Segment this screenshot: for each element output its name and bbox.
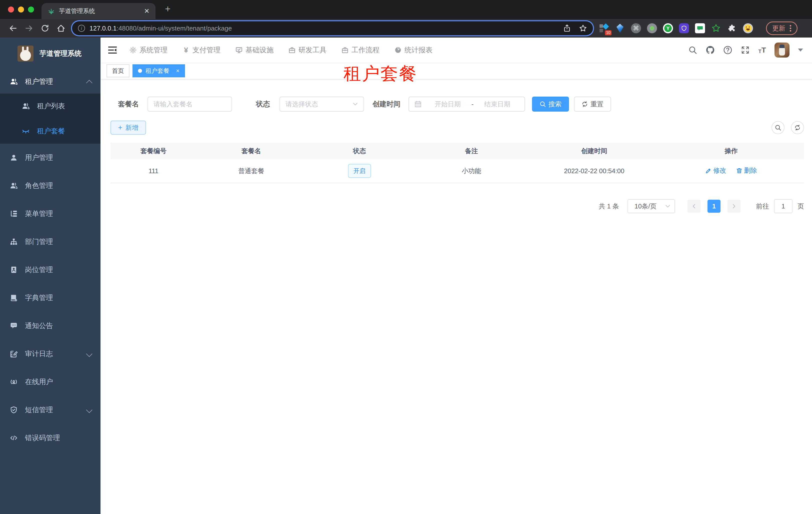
sidebar: 芋道管理系统 租户管理 租户列表 租户套餐 用户管理 bbox=[0, 37, 100, 514]
next-page-button[interactable] bbox=[727, 200, 741, 213]
edit-link[interactable]: 修改 bbox=[705, 166, 726, 175]
site-info-icon[interactable]: i bbox=[78, 25, 85, 32]
pagination: 共 1 条 10条/页 1 前往 1 页 bbox=[109, 199, 804, 213]
sidebar-item-post-management[interactable]: 岗位管理 bbox=[0, 256, 100, 284]
package-name-input[interactable]: 请输入套餐名 bbox=[147, 97, 232, 112]
tag-tenant-package[interactable]: 租户套餐 × bbox=[133, 64, 185, 77]
column-header: 状态 bbox=[306, 147, 413, 155]
extension-gem-icon[interactable] bbox=[615, 23, 625, 33]
nav-item-workflow[interactable]: 工作流程 bbox=[342, 45, 379, 55]
sidebar-item-tenant-list[interactable]: 租户列表 bbox=[0, 93, 100, 118]
status-label: 状态 bbox=[256, 99, 270, 109]
sidebar-item-online-users[interactable]: 在线用户 bbox=[0, 368, 100, 396]
status-select[interactable]: 请选择状态 bbox=[280, 97, 364, 112]
date-range-picker[interactable]: 开始日期 - 结束日期 bbox=[408, 97, 525, 112]
nav-item-dev-tools[interactable]: 研发工具 bbox=[289, 45, 326, 55]
date-separator: - bbox=[469, 100, 476, 108]
column-header: 套餐编号 bbox=[111, 147, 197, 155]
sidebar-fold-icon[interactable] bbox=[108, 45, 117, 55]
user-avatar[interactable] bbox=[775, 43, 789, 58]
browser-menu-icon[interactable] bbox=[790, 25, 791, 31]
search-button[interactable]: 搜索 bbox=[532, 97, 569, 112]
sidebar-item-sms-management[interactable]: 短信管理 bbox=[0, 396, 100, 424]
delete-link[interactable]: 删除 bbox=[736, 166, 757, 175]
sidebar-item-audit-log[interactable]: 审计日志 bbox=[0, 340, 100, 368]
tag-home[interactable]: 首页 bbox=[107, 64, 129, 77]
total-count: 共 1 条 bbox=[599, 202, 619, 211]
main-area: 租户套餐 系统管理 ¥ 支付管理 基础设施 bbox=[100, 37, 812, 514]
extension-star-icon[interactable] bbox=[711, 23, 721, 33]
browser-update-button[interactable]: 更新 bbox=[766, 22, 798, 35]
tag-close-icon[interactable]: × bbox=[176, 67, 179, 74]
audit-log-icon bbox=[10, 350, 18, 358]
fullscreen-icon[interactable] bbox=[741, 46, 750, 55]
sidebar-item-menu-management[interactable]: 菜单管理 bbox=[0, 200, 100, 228]
data-table: 套餐编号 套餐名 状态 备注 创建时间 操作 111 普通套餐 开启 小功能 2… bbox=[111, 143, 804, 183]
extension-y-icon[interactable]: Y bbox=[663, 23, 673, 33]
share-icon[interactable] bbox=[563, 24, 571, 32]
home-icon[interactable] bbox=[57, 24, 65, 33]
help-icon[interactable] bbox=[723, 46, 732, 55]
extension-chat-icon[interactable] bbox=[695, 23, 705, 33]
nav-item-system[interactable]: 系统管理 bbox=[129, 45, 168, 55]
screen: 芋道管理系统 ✕ + i 127.0.0.1:48080/admin-ui/sy… bbox=[0, 0, 812, 514]
sidebar-item-role-management[interactable]: 角色管理 bbox=[0, 172, 100, 200]
show-search-toggle-button[interactable] bbox=[772, 121, 784, 134]
maximize-window-button[interactable] bbox=[28, 6, 34, 12]
github-icon[interactable] bbox=[706, 46, 715, 55]
extension-command-icon[interactable]: ⌘ bbox=[631, 23, 641, 33]
tab-close-icon[interactable]: ✕ bbox=[144, 7, 149, 15]
prev-page-button[interactable] bbox=[688, 200, 700, 213]
status-toggle-button[interactable]: 开启 bbox=[348, 164, 371, 178]
sidebar-item-tenant-management[interactable]: 租户管理 bbox=[0, 70, 100, 93]
filter-form: 套餐名 请输入套餐名 状态 请选择状态 创建时间 开始日期 - 结束日期 bbox=[109, 97, 804, 112]
extensions-puzzle-icon[interactable] bbox=[727, 23, 737, 33]
extension-recorder-icon[interactable] bbox=[647, 23, 657, 33]
cell-package-name: 普通套餐 bbox=[197, 167, 306, 175]
browser-tab[interactable]: 芋道管理系统 ✕ bbox=[41, 3, 155, 19]
page-size-select[interactable]: 10条/页 bbox=[628, 199, 675, 213]
sidebar-logo[interactable]: 芋道管理系统 bbox=[0, 37, 100, 70]
sidebar-item-notice[interactable]: 通知公告 bbox=[0, 312, 100, 340]
close-window-button[interactable] bbox=[8, 6, 14, 12]
chevron-left-icon bbox=[691, 204, 697, 209]
reset-button[interactable]: 重置 bbox=[574, 97, 611, 112]
plus-icon: + bbox=[118, 124, 122, 131]
sidebar-submenu: 租户列表 租户套餐 bbox=[0, 93, 100, 144]
minimize-window-button[interactable] bbox=[18, 6, 24, 12]
goto-page-input[interactable]: 1 bbox=[774, 199, 792, 213]
current-page-button[interactable]: 1 bbox=[707, 200, 721, 213]
font-size-icon[interactable]: TT bbox=[758, 46, 766, 54]
forward-icon[interactable] bbox=[25, 24, 33, 33]
page-content: 套餐名 请输入套餐名 状态 请选择状态 创建时间 开始日期 - 结束日期 bbox=[100, 80, 812, 514]
dictionary-icon bbox=[10, 294, 18, 301]
refresh-table-button[interactable] bbox=[791, 121, 804, 134]
nav-item-payment[interactable]: ¥ 支付管理 bbox=[182, 45, 221, 55]
chevron-down-icon bbox=[665, 204, 670, 209]
nav-item-reports[interactable]: 统计报表 bbox=[395, 45, 433, 55]
sidebar-item-error-code[interactable]: 错误码管理 bbox=[0, 424, 100, 452]
sidebar-item-user-management[interactable]: 用户管理 bbox=[0, 144, 100, 172]
reload-icon[interactable] bbox=[40, 24, 50, 33]
back-icon[interactable] bbox=[8, 24, 18, 33]
profile-avatar-emoji[interactable] bbox=[743, 23, 753, 33]
sidebar-item-dictionary-management[interactable]: 字典管理 bbox=[0, 284, 100, 312]
sidebar-item-tenant-package[interactable]: 租户套餐 bbox=[0, 118, 100, 144]
sidebar-item-department-management[interactable]: 部门管理 bbox=[0, 228, 100, 256]
start-date-placeholder[interactable]: 开始日期 bbox=[426, 100, 469, 109]
add-button[interactable]: + 新增 bbox=[111, 120, 146, 135]
new-tab-button[interactable]: + bbox=[165, 3, 171, 14]
bookmark-star-icon[interactable] bbox=[579, 24, 587, 32]
extension-shield-icon[interactable] bbox=[679, 23, 689, 33]
extension-grid-icon[interactable]: 10 bbox=[599, 23, 609, 33]
nav-item-infrastructure[interactable]: 基础设施 bbox=[235, 45, 273, 55]
search-icon[interactable] bbox=[688, 46, 697, 55]
extensions-row: 10 ⌘ Y 更新 bbox=[599, 22, 798, 35]
avatar-caret-down-icon[interactable] bbox=[798, 49, 803, 52]
logo-rabbit-image bbox=[18, 46, 33, 61]
end-date-placeholder[interactable]: 结束日期 bbox=[475, 100, 519, 109]
browser-toolbar: i 127.0.0.1:48080/admin-ui/system/tenant… bbox=[0, 19, 812, 37]
code-icon bbox=[10, 434, 18, 442]
dashboard-icon bbox=[395, 47, 402, 54]
address-bar[interactable]: i 127.0.0.1:48080/admin-ui/system/tenant… bbox=[72, 21, 593, 35]
